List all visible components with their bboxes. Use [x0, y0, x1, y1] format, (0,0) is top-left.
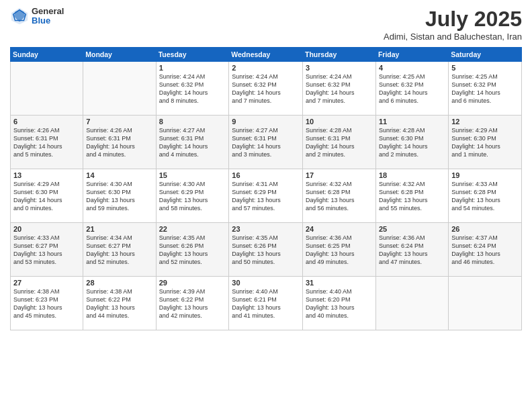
calendar-table: SundayMondayTuesdayWednesdayThursdayFrid…: [10, 47, 522, 330]
subtitle: Adimi, Sistan and Baluchestan, Iran: [384, 32, 522, 42]
calendar-week-2: 6Sunrise: 4:26 AM Sunset: 6:31 PM Daylig…: [11, 116, 522, 169]
calendar-cell: 1Sunrise: 4:24 AM Sunset: 6:32 PM Daylig…: [156, 62, 229, 116]
calendar-cell: 18Sunrise: 4:32 AM Sunset: 6:28 PM Dayli…: [375, 169, 448, 223]
calendar-cell: 30Sunrise: 4:40 AM Sunset: 6:21 PM Dayli…: [229, 277, 303, 330]
calendar-cell: [11, 62, 83, 116]
header: General Blue July 2025 Adimi, Sistan and…: [10, 7, 522, 42]
calendar-header-monday: Monday: [83, 48, 156, 62]
day-info: Sunrise: 4:34 AM Sunset: 6:27 PM Dayligh…: [86, 234, 152, 267]
calendar-cell: 27Sunrise: 4:38 AM Sunset: 6:23 PM Dayli…: [11, 277, 83, 330]
logo-general: General: [32, 7, 64, 16]
logo-icon: [10, 7, 29, 26]
day-info: Sunrise: 4:35 AM Sunset: 6:26 PM Dayligh…: [159, 234, 226, 267]
day-number: 16: [232, 171, 300, 179]
main-title: July 2025: [384, 7, 522, 32]
calendar-cell: 29Sunrise: 4:39 AM Sunset: 6:22 PM Dayli…: [156, 277, 229, 330]
day-number: 6: [13, 118, 80, 126]
calendar-week-5: 27Sunrise: 4:38 AM Sunset: 6:23 PM Dayli…: [11, 277, 522, 330]
calendar-week-1: 1Sunrise: 4:24 AM Sunset: 6:32 PM Daylig…: [11, 62, 522, 116]
day-info: Sunrise: 4:25 AM Sunset: 6:32 PM Dayligh…: [451, 73, 519, 105]
calendar-header-sunday: Sunday: [11, 48, 83, 62]
day-info: Sunrise: 4:30 AM Sunset: 6:30 PM Dayligh…: [86, 180, 152, 213]
logo: General Blue: [10, 7, 64, 26]
calendar-cell: 31Sunrise: 4:40 AM Sunset: 6:20 PM Dayli…: [302, 277, 375, 330]
calendar-cell: 26Sunrise: 4:37 AM Sunset: 6:24 PM Dayli…: [449, 223, 522, 277]
calendar-cell: 17Sunrise: 4:32 AM Sunset: 6:28 PM Dayli…: [302, 169, 375, 223]
day-number: 8: [159, 118, 226, 126]
day-number: 11: [379, 118, 445, 126]
day-info: Sunrise: 4:27 AM Sunset: 6:31 PM Dayligh…: [232, 126, 300, 159]
day-number: 5: [451, 64, 519, 72]
day-info: Sunrise: 4:30 AM Sunset: 6:29 PM Dayligh…: [159, 180, 226, 213]
day-number: 13: [13, 171, 80, 179]
calendar-header-saturday: Saturday: [449, 48, 522, 62]
title-block: July 2025 Adimi, Sistan and Baluchestan,…: [384, 7, 522, 42]
calendar-cell: 8Sunrise: 4:27 AM Sunset: 6:31 PM Daylig…: [156, 116, 229, 169]
day-info: Sunrise: 4:25 AM Sunset: 6:32 PM Dayligh…: [379, 73, 445, 105]
day-number: 30: [232, 279, 300, 287]
day-number: 15: [159, 171, 226, 179]
day-number: 31: [306, 279, 373, 287]
day-info: Sunrise: 4:38 AM Sunset: 6:23 PM Dayligh…: [13, 287, 80, 320]
day-number: 26: [451, 225, 519, 233]
calendar-header-row: SundayMondayTuesdayWednesdayThursdayFrid…: [11, 48, 522, 62]
day-number: 2: [232, 64, 300, 72]
day-info: Sunrise: 4:36 AM Sunset: 6:24 PM Dayligh…: [379, 234, 445, 267]
calendar-cell: 19Sunrise: 4:33 AM Sunset: 6:28 PM Dayli…: [449, 169, 522, 223]
calendar-cell: 12Sunrise: 4:29 AM Sunset: 6:30 PM Dayli…: [449, 116, 522, 169]
day-number: 21: [86, 225, 152, 233]
logo-text: General Blue: [32, 7, 64, 26]
day-info: Sunrise: 4:28 AM Sunset: 6:31 PM Dayligh…: [306, 126, 373, 159]
calendar-cell: [83, 62, 156, 116]
day-info: Sunrise: 4:29 AM Sunset: 6:30 PM Dayligh…: [13, 180, 80, 213]
calendar-cell: 4Sunrise: 4:25 AM Sunset: 6:32 PM Daylig…: [375, 62, 448, 116]
calendar-header-tuesday: Tuesday: [156, 48, 229, 62]
day-info: Sunrise: 4:38 AM Sunset: 6:22 PM Dayligh…: [86, 287, 152, 320]
calendar-cell: 28Sunrise: 4:38 AM Sunset: 6:22 PM Dayli…: [83, 277, 156, 330]
day-info: Sunrise: 4:26 AM Sunset: 6:31 PM Dayligh…: [86, 126, 152, 159]
day-info: Sunrise: 4:24 AM Sunset: 6:32 PM Dayligh…: [232, 73, 300, 105]
day-info: Sunrise: 4:33 AM Sunset: 6:27 PM Dayligh…: [13, 234, 80, 267]
calendar-cell: 11Sunrise: 4:28 AM Sunset: 6:30 PM Dayli…: [375, 116, 448, 169]
day-info: Sunrise: 4:28 AM Sunset: 6:30 PM Dayligh…: [379, 126, 445, 159]
day-info: Sunrise: 4:27 AM Sunset: 6:31 PM Dayligh…: [159, 126, 226, 159]
day-number: 18: [379, 171, 445, 179]
calendar-cell: 22Sunrise: 4:35 AM Sunset: 6:26 PM Dayli…: [156, 223, 229, 277]
calendar-header-thursday: Thursday: [302, 48, 375, 62]
calendar-cell: 7Sunrise: 4:26 AM Sunset: 6:31 PM Daylig…: [83, 116, 156, 169]
calendar-week-3: 13Sunrise: 4:29 AM Sunset: 6:30 PM Dayli…: [11, 169, 522, 223]
calendar-header-friday: Friday: [375, 48, 448, 62]
calendar-cell: 23Sunrise: 4:35 AM Sunset: 6:26 PM Dayli…: [229, 223, 303, 277]
calendar-header-wednesday: Wednesday: [229, 48, 303, 62]
day-number: 17: [306, 171, 373, 179]
day-info: Sunrise: 4:35 AM Sunset: 6:26 PM Dayligh…: [232, 234, 300, 267]
day-info: Sunrise: 4:26 AM Sunset: 6:31 PM Dayligh…: [13, 126, 80, 159]
day-number: 27: [13, 279, 80, 287]
calendar-cell: 24Sunrise: 4:36 AM Sunset: 6:25 PM Dayli…: [302, 223, 375, 277]
day-info: Sunrise: 4:24 AM Sunset: 6:32 PM Dayligh…: [306, 73, 373, 105]
day-number: 25: [379, 225, 445, 233]
day-info: Sunrise: 4:31 AM Sunset: 6:29 PM Dayligh…: [232, 180, 300, 213]
day-number: 9: [232, 118, 300, 126]
day-number: 29: [159, 279, 226, 287]
day-number: 7: [86, 118, 152, 126]
calendar-cell: 9Sunrise: 4:27 AM Sunset: 6:31 PM Daylig…: [229, 116, 303, 169]
calendar-cell: 6Sunrise: 4:26 AM Sunset: 6:31 PM Daylig…: [11, 116, 83, 169]
day-info: Sunrise: 4:40 AM Sunset: 6:20 PM Dayligh…: [306, 287, 373, 320]
calendar-cell: 10Sunrise: 4:28 AM Sunset: 6:31 PM Dayli…: [302, 116, 375, 169]
day-number: 4: [379, 64, 445, 72]
day-number: 10: [306, 118, 373, 126]
calendar-cell: 20Sunrise: 4:33 AM Sunset: 6:27 PM Dayli…: [11, 223, 83, 277]
calendar-week-4: 20Sunrise: 4:33 AM Sunset: 6:27 PM Dayli…: [11, 223, 522, 277]
day-number: 22: [159, 225, 226, 233]
day-info: Sunrise: 4:24 AM Sunset: 6:32 PM Dayligh…: [159, 73, 226, 105]
day-info: Sunrise: 4:32 AM Sunset: 6:28 PM Dayligh…: [306, 180, 373, 213]
day-info: Sunrise: 4:29 AM Sunset: 6:30 PM Dayligh…: [451, 126, 519, 159]
calendar-cell: 21Sunrise: 4:34 AM Sunset: 6:27 PM Dayli…: [83, 223, 156, 277]
calendar-cell: 15Sunrise: 4:30 AM Sunset: 6:29 PM Dayli…: [156, 169, 229, 223]
day-number: 20: [13, 225, 80, 233]
day-number: 1: [159, 64, 226, 72]
calendar-cell: 13Sunrise: 4:29 AM Sunset: 6:30 PM Dayli…: [11, 169, 83, 223]
day-number: 19: [451, 171, 519, 179]
day-info: Sunrise: 4:39 AM Sunset: 6:22 PM Dayligh…: [159, 287, 226, 320]
